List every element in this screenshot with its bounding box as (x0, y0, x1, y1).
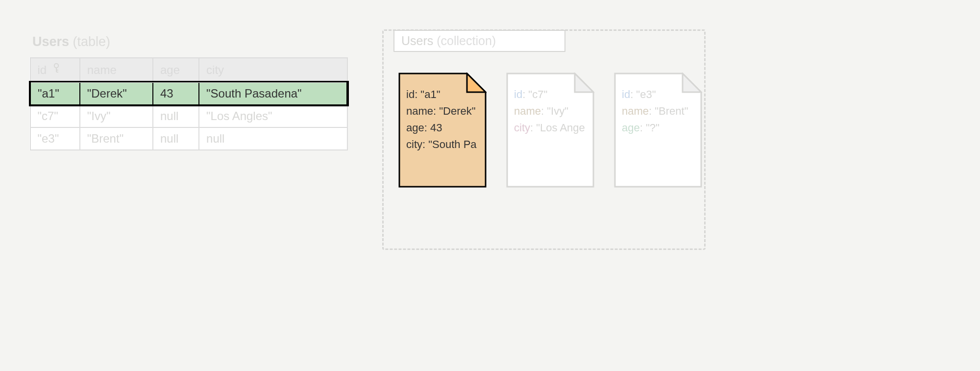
document-list: id: "a1" name: "Derek" age: 43 city: "So… (398, 73, 702, 188)
cell-id: "e3" (30, 127, 80, 150)
col-age-label: age (160, 63, 180, 76)
field-val: "a1" (420, 88, 440, 100)
col-name: name (80, 58, 153, 82)
field-key: id (406, 88, 415, 100)
svg-point-0 (54, 64, 58, 68)
cell-name: "Ivy" (80, 105, 153, 127)
field-line: city: "Los Ange (514, 120, 587, 136)
field-val: "Los Ange (536, 122, 585, 134)
collection-subtitle: (collection) (437, 34, 496, 48)
collection-panel: Users (collection) id: "a1" name: "Derek… (382, 29, 706, 250)
collection-title-box: Users (collection) (393, 30, 565, 52)
field-val: "Ivy" (547, 105, 568, 117)
field-key: name (622, 105, 649, 117)
field-key: name (406, 105, 433, 117)
document-card: id: "e3" name: "Brent" age: "?" (614, 73, 702, 188)
field-val: "Derek" (439, 105, 475, 117)
field-val: 43 (430, 122, 442, 134)
cell-city: null (199, 127, 347, 150)
field-key: name (514, 105, 541, 117)
field-line: id: "c7" (514, 86, 587, 103)
document-card: id: "c7" name: "Ivy" city: "Los Ange (506, 73, 594, 188)
field-key: age (406, 122, 424, 134)
table-title: Users (table) (32, 34, 348, 49)
cell-age: null (153, 105, 199, 127)
cell-id: "c7" (30, 105, 80, 127)
col-age: age (153, 58, 199, 82)
key-icon (53, 62, 60, 75)
cell-id: "a1" (30, 82, 80, 105)
cell-city: "South Pasadena" (199, 82, 347, 105)
col-name-label: name (87, 63, 117, 76)
col-city-label: city (206, 63, 224, 76)
field-key: city (514, 122, 530, 134)
field-val: "Brent" (655, 105, 688, 117)
field-key: id (622, 88, 630, 100)
col-id-label: id (38, 63, 47, 76)
field-key: id (514, 88, 522, 100)
field-line: city: "South Pa (406, 136, 479, 153)
field-val: "South Pa (428, 138, 476, 150)
table-header-row: id name age city (30, 58, 347, 82)
table-title-text: Users (32, 34, 69, 49)
field-line: id: "a1" (406, 86, 479, 103)
cell-name: "Derek" (80, 82, 153, 105)
field-val: "c7" (528, 88, 547, 100)
field-key: city (406, 138, 422, 150)
users-table: id name age city "a1" (29, 57, 348, 150)
field-line: name: "Ivy" (514, 103, 587, 120)
table-row: "e3" "Brent" null null (30, 127, 347, 150)
field-line: name: "Brent" (622, 103, 694, 120)
cell-age: null (153, 127, 199, 150)
field-line: age: "?" (622, 120, 694, 136)
field-line: age: 43 (406, 120, 479, 136)
cell-age: 43 (153, 82, 199, 105)
collection-title: Users (401, 34, 433, 48)
field-line: id: "e3" (622, 86, 694, 103)
table-row: "c7" "Ivy" null "Los Angles" (30, 105, 347, 127)
cell-city: "Los Angles" (199, 105, 347, 127)
field-key: age (622, 122, 640, 134)
field-val: "e3" (636, 88, 656, 100)
field-line: name: "Derek" (406, 103, 479, 120)
col-city: city (199, 58, 347, 82)
table-row: "a1" "Derek" 43 "South Pasadena" (30, 82, 347, 105)
sql-table-panel: Users (table) id name age (29, 34, 348, 150)
table-subtitle: (table) (73, 34, 111, 49)
col-id: id (30, 58, 80, 82)
field-val: "?" (646, 122, 660, 134)
document-card: id: "a1" name: "Derek" age: 43 city: "So… (398, 73, 487, 188)
cell-name: "Brent" (80, 127, 153, 150)
